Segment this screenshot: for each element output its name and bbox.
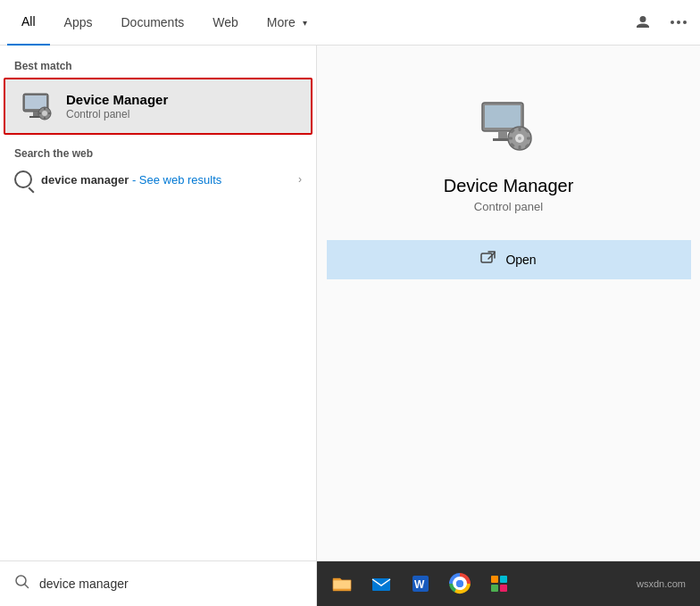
svg-rect-12 (48, 112, 51, 114)
svg-rect-40 (500, 585, 507, 592)
taskbar: W (317, 561, 700, 606)
svg-text:W: W (414, 578, 425, 591)
svg-point-19 (518, 137, 521, 140)
svg-rect-14 (485, 105, 521, 128)
main-content: Best match (0, 46, 700, 606)
svg-rect-9 (44, 107, 46, 110)
best-match-title: Device Manager (66, 92, 168, 107)
search-input[interactable] (39, 577, 302, 591)
tab-apps[interactable]: Apps (50, 0, 107, 46)
taskbar-misc[interactable] (481, 566, 517, 602)
svg-point-1 (677, 21, 680, 24)
tab-web[interactable]: Web (198, 0, 253, 46)
svg-point-36 (456, 580, 463, 587)
search-bar (0, 561, 317, 606)
svg-rect-11 (38, 112, 41, 114)
taskbar-brand: wsxdn.com (637, 578, 693, 589)
taskbar-file-explorer[interactable] (324, 566, 360, 602)
detail-title: Device Manager (444, 176, 574, 196)
svg-rect-21 (518, 145, 521, 150)
svg-rect-15 (498, 131, 507, 138)
taskbar-mail[interactable] (363, 566, 399, 602)
svg-rect-20 (518, 127, 521, 131)
svg-rect-28 (481, 253, 492, 262)
svg-rect-31 (372, 578, 390, 591)
taskbar-word[interactable]: W (403, 566, 438, 602)
svg-rect-23 (527, 137, 531, 140)
tab-all[interactable]: All (7, 0, 50, 46)
device-manager-icon-large (473, 90, 545, 162)
svg-rect-37 (491, 576, 498, 583)
svg-rect-30 (333, 580, 351, 589)
svg-rect-10 (44, 117, 46, 120)
search-menu: All Apps Documents Web More ▾ (0, 0, 700, 606)
bottom-bar: W (0, 560, 700, 606)
account-icon[interactable] (629, 8, 657, 37)
web-search-item[interactable]: device manager - See web results › (0, 163, 316, 195)
tab-documents[interactable]: Documents (106, 0, 198, 46)
left-panel: Best match (0, 46, 317, 606)
detail-subtitle: Control panel (474, 200, 543, 213)
svg-rect-38 (500, 576, 507, 583)
search-web-icon (14, 170, 32, 188)
svg-rect-39 (491, 585, 498, 592)
right-panel: Device Manager Control panel Open (317, 46, 700, 606)
chevron-down-icon: ▾ (303, 18, 307, 28)
best-match-item[interactable]: Device Manager Control panel (4, 78, 312, 135)
tab-more[interactable]: More ▾ (253, 0, 321, 46)
web-search-label: Search the web (0, 137, 316, 163)
web-search-text: device manager - See web results (41, 173, 221, 187)
more-options-icon[interactable] (664, 8, 693, 37)
tab-bar: All Apps Documents Web More ▾ (0, 0, 700, 46)
device-manager-icon-small (20, 88, 55, 124)
svg-point-0 (671, 21, 674, 24)
tab-icons (629, 8, 693, 37)
open-icon (480, 251, 496, 269)
best-match-label: Best match (0, 53, 316, 76)
chevron-right-icon: › (298, 173, 302, 186)
svg-rect-22 (508, 137, 512, 140)
svg-point-2 (683, 21, 687, 24)
svg-rect-5 (33, 112, 38, 116)
best-match-subtitle: Control panel (66, 108, 168, 120)
open-button[interactable]: Open (327, 240, 691, 279)
open-label: Open (505, 253, 536, 267)
best-match-text: Device Manager Control panel (66, 92, 168, 120)
web-search-left: device manager - See web results (14, 170, 221, 188)
taskbar-chrome[interactable] (442, 566, 478, 602)
search-bar-icon (14, 574, 30, 594)
svg-point-8 (42, 111, 47, 116)
